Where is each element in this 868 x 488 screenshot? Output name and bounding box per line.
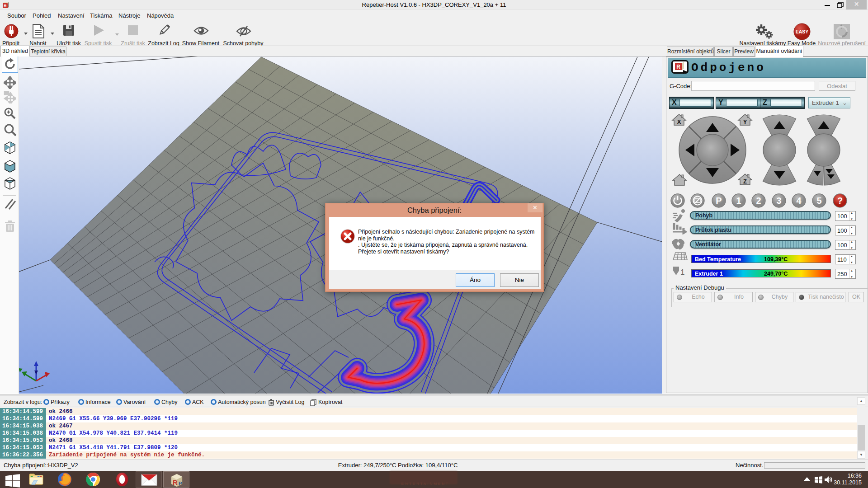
svg-text:P: P: [179, 481, 182, 486]
svg-text:Z: Z: [743, 178, 747, 185]
svg-text:4: 4: [796, 196, 802, 206]
svg-text:R: R: [173, 479, 178, 486]
svg-text:X: X: [677, 118, 681, 125]
svg-text:3: 3: [776, 196, 781, 206]
svg-text:?: ?: [837, 196, 843, 206]
svg-text:1: 1: [680, 268, 684, 277]
svg-text:2: 2: [756, 196, 761, 206]
svg-text:R: R: [676, 64, 680, 70]
svg-text:5: 5: [816, 196, 821, 206]
svg-text:P: P: [716, 196, 722, 206]
svg-text:R: R: [4, 4, 7, 8]
svg-text:EASY: EASY: [796, 29, 809, 34]
svg-text:1: 1: [736, 196, 741, 206]
svg-text:Y: Y: [743, 118, 747, 125]
